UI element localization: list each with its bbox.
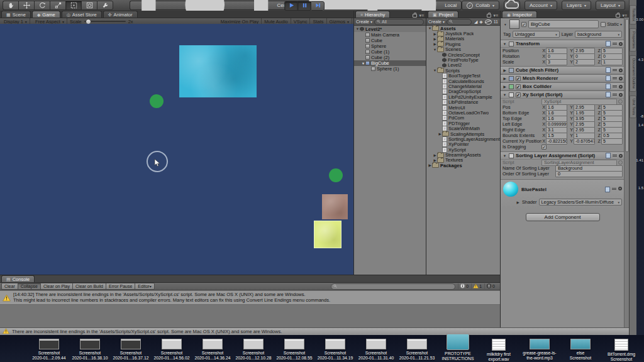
console-clear-on-play-button[interactable]: Clear on Play — [40, 283, 72, 290]
side-tab-properties[interactable]: Properties — [630, 28, 636, 52]
z-field[interactable]: 1 — [601, 59, 623, 65]
scale-tool-button[interactable] — [50, 1, 65, 10]
inspector-scrollbar[interactable] — [624, 18, 629, 327]
static-toggle[interactable]: Static▾ — [601, 21, 622, 27]
presets-icon[interactable] — [613, 41, 617, 46]
hierarchy-item-sphere[interactable]: Sphere — [354, 43, 426, 49]
pause-button[interactable] — [297, 1, 311, 11]
foldout-icon[interactable]: ▾ — [503, 23, 508, 26]
panel-menu-icon[interactable]: ▾≡ — [493, 13, 498, 18]
side-tab-toolbox[interactable]: Toolbox — [630, 5, 636, 25]
hierarchy-item-cube-2-[interactable]: Cube (2) — [354, 55, 426, 60]
y-field[interactable]: 2 — [574, 59, 595, 65]
object-picker-icon[interactable] — [618, 99, 623, 104]
lock-icon[interactable] — [413, 14, 417, 18]
gear-icon[interactable] — [619, 77, 623, 80]
reference-icon[interactable] — [606, 75, 611, 81]
desktop-file-screenshot-2020-01-11-31-40[interactable]: Screenshot2020-01...11.31.40 — [356, 339, 396, 360]
console-clear-on-build-button[interactable]: Clear on Build — [72, 283, 106, 290]
component-header-transform[interactable]: ▼Transform — [501, 40, 625, 48]
reference-icon[interactable] — [606, 67, 611, 73]
shader-dropdown[interactable]: Legacy Shaders/Self-Illumin/Diffuse▾ — [539, 199, 622, 206]
console-error-pause-button[interactable]: Error Pause — [106, 283, 135, 290]
desktop-file-bittorrent-dmg-screenshot[interactable]: BitTorrent.dmgScreenshot — [601, 339, 641, 361]
console-info-count[interactable]: 0 — [458, 283, 470, 289]
search-by-type-icon[interactable]: ◢ — [474, 19, 477, 25]
x-field[interactable]: 3 — [546, 59, 567, 65]
layout-button[interactable]: Layout ▾ — [596, 1, 625, 10]
foldout-icon[interactable]: ▶ — [433, 32, 437, 36]
reference-icon[interactable] — [606, 41, 611, 47]
hierarchy-item-cube[interactable]: Cube — [354, 38, 426, 43]
yellow-square-sprite[interactable] — [314, 221, 341, 248]
foldout-icon[interactable]: ▼ — [502, 42, 507, 46]
project-item-firstprototype[interactable]: FirstProtoType — [426, 57, 500, 62]
foldout-icon[interactable]: ▼ — [355, 27, 360, 31]
project-item-packages[interactable]: ▶Packages — [426, 163, 500, 168]
object-name-field[interactable]: BigCube — [528, 20, 599, 28]
foldout-icon[interactable]: ▶ — [438, 132, 442, 136]
foldout-icon[interactable]: ▼ — [433, 48, 437, 52]
foldout-icon[interactable]: ▶ — [433, 158, 437, 162]
desktop-file-screenshot-2020-01-16-38-10[interactable]: Screenshot2020-01...16.38.10 — [70, 339, 110, 360]
gear-icon[interactable] — [619, 42, 623, 46]
tab-hierarchy[interactable]: ≡ Hierarchy — [355, 11, 390, 18]
hand-tool-button[interactable] — [3, 1, 18, 10]
presets-icon[interactable] — [612, 187, 616, 191]
mauve-square-sprite[interactable] — [322, 194, 348, 219]
desktop-file-screenshot-2020-01-12-08-55[interactable]: Screenshot2020-01...12.08.55 — [274, 339, 314, 360]
tab-game[interactable]: ◆Game — [32, 11, 60, 18]
hierarchy-item-level2-[interactable]: ▼Level2* — [354, 26, 426, 32]
y-field[interactable]: -0.670547 — [574, 138, 595, 145]
material-sphere-preview[interactable] — [503, 182, 518, 197]
tab-animator[interactable]: ✣Animator — [103, 11, 138, 18]
enabled-checkbox[interactable]: ✓ — [516, 92, 521, 97]
desktop-file-screenshot-2020-01-11-34-19[interactable]: Screenshot2020-01...11.34.19 — [315, 339, 355, 360]
project-item-textures[interactable]: ▶Textures — [426, 158, 500, 163]
green-circle-sprite[interactable] — [150, 94, 164, 108]
tab-console[interactable]: ▤ Console — [1, 275, 35, 282]
reference-icon[interactable] — [606, 84, 611, 89]
tag-dropdown[interactable]: Untagged▾ — [513, 31, 560, 38]
cloud-services-button[interactable] — [504, 1, 520, 10]
component-header-xy-script[interactable]: ▼✓Xy Script (Script) — [501, 90, 625, 99]
pivot-center-button[interactable]: Center — [130, 1, 297, 10]
hidden-packages-icon[interactable] — [485, 19, 492, 25]
hierarchy-item-main-camera[interactable]: Main Camera — [354, 32, 426, 38]
cyan-textured-sprite[interactable] — [179, 45, 257, 97]
play-button[interactable] — [284, 1, 297, 11]
search-by-label-icon[interactable]: ◈ — [479, 19, 482, 25]
desktop-file-screenshot-2020-01-14-36-24[interactable]: Screenshot2020-01...14.36.24 — [192, 339, 233, 360]
presets-icon[interactable] — [613, 68, 617, 72]
foldout-icon[interactable]: ▶ — [433, 37, 437, 41]
layer-dropdown[interactable]: background▾ — [575, 31, 622, 38]
enabled-checkbox[interactable]: ✓ — [516, 76, 521, 81]
desktop-file-grease-grease-is-the-word-mp3[interactable]: grease-grease-is-the-word.mp3 — [519, 339, 560, 360]
foldout-icon[interactable]: ▶ — [502, 77, 507, 80]
side-tab-document-outline[interactable]: Document Outline — [630, 55, 636, 92]
z-field[interactable]: 5 — [601, 138, 623, 145]
gear-icon[interactable] — [619, 85, 623, 89]
component-header-box-collider[interactable]: ▶✓Box Collider — [501, 82, 625, 90]
reference-icon[interactable] — [606, 153, 611, 158]
desktop-file-screenshot-2020-01-14-56-02[interactable]: Screenshot2020-01...14.56.02 — [152, 339, 192, 360]
foldout-icon[interactable]: ▶ — [516, 200, 520, 204]
project-search-input[interactable] — [447, 19, 472, 25]
gear-icon[interactable] — [619, 69, 623, 72]
x-field[interactable]: -0.822150 — [546, 138, 567, 145]
account-button[interactable]: Account ▾ — [525, 1, 557, 10]
step-button[interactable] — [311, 1, 325, 11]
collab-button[interactable]: ✓ Collab ▾ — [462, 1, 499, 10]
reference-icon[interactable] — [606, 92, 611, 97]
foldout-icon[interactable]: ▶ — [428, 163, 432, 167]
console-log-entry[interactable]: [14:40:32] There are inconsistent line e… — [0, 291, 500, 305]
panel-menu-icon[interactable]: ▾≡ — [622, 13, 627, 18]
foldout-icon[interactable]: ▼ — [433, 69, 437, 72]
is-dragging-checkbox[interactable]: ✓ — [541, 145, 547, 150]
desktop-file-else-screenshot[interactable]: elseScreenshot — [560, 339, 601, 360]
move-tool-button[interactable] — [18, 1, 34, 10]
tab-asset-store[interactable]: ◎Asset Store — [62, 11, 102, 18]
presets-icon[interactable] — [613, 92, 617, 97]
hierarchy-item-cube-1-[interactable]: Cube (1) — [354, 49, 426, 55]
status-bar[interactable]: There are inconsistent line endings in t… — [0, 327, 629, 335]
